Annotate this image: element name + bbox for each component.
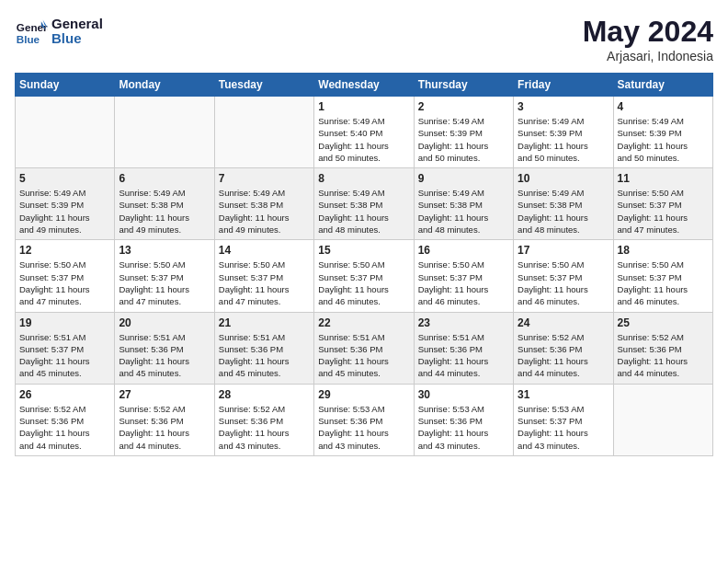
calendar-week-row: 5Sunrise: 5:49 AM Sunset: 5:39 PM Daylig… xyxy=(16,168,713,240)
day-number: 1 xyxy=(318,100,409,113)
location: Arjasari, Indonesia xyxy=(583,49,713,63)
calendar-cell: 15Sunrise: 5:50 AM Sunset: 5:37 PM Dayli… xyxy=(314,240,414,312)
month-title: May 2024 xyxy=(583,15,713,49)
calendar-cell: 30Sunrise: 5:53 AM Sunset: 5:36 PM Dayli… xyxy=(414,384,513,455)
day-info: Sunrise: 5:49 AM Sunset: 5:39 PM Dayligh… xyxy=(418,115,509,164)
calendar-cell: 13Sunrise: 5:50 AM Sunset: 5:37 PM Dayli… xyxy=(115,240,214,312)
weekday-header-tuesday: Tuesday xyxy=(214,74,313,97)
calendar-table: SundayMondayTuesdayWednesdayThursdayFrid… xyxy=(15,73,713,456)
day-number: 21 xyxy=(219,316,310,329)
calendar-cell xyxy=(115,97,214,168)
calendar-cell xyxy=(613,384,712,455)
calendar-cell: 28Sunrise: 5:52 AM Sunset: 5:36 PM Dayli… xyxy=(214,384,313,455)
day-number: 8 xyxy=(318,172,409,185)
day-info: Sunrise: 5:50 AM Sunset: 5:37 PM Dayligh… xyxy=(318,259,409,307)
calendar-cell: 12Sunrise: 5:50 AM Sunset: 5:37 PM Dayli… xyxy=(16,240,115,312)
day-info: Sunrise: 5:52 AM Sunset: 5:36 PM Dayligh… xyxy=(618,331,709,380)
calendar-cell: 25Sunrise: 5:52 AM Sunset: 5:36 PM Dayli… xyxy=(613,312,712,384)
day-info: Sunrise: 5:51 AM Sunset: 5:36 PM Dayligh… xyxy=(219,331,310,380)
day-info: Sunrise: 5:53 AM Sunset: 5:36 PM Dayligh… xyxy=(318,403,409,452)
title-block: May 2024 Arjasari, Indonesia xyxy=(583,15,713,63)
calendar-cell: 18Sunrise: 5:50 AM Sunset: 5:37 PM Dayli… xyxy=(613,240,712,312)
day-number: 4 xyxy=(618,100,709,113)
calendar-week-row: 12Sunrise: 5:50 AM Sunset: 5:37 PM Dayli… xyxy=(16,240,713,312)
day-info: Sunrise: 5:49 AM Sunset: 5:38 PM Dayligh… xyxy=(318,187,409,236)
day-info: Sunrise: 5:49 AM Sunset: 5:38 PM Dayligh… xyxy=(219,187,310,236)
calendar-cell: 2Sunrise: 5:49 AM Sunset: 5:39 PM Daylig… xyxy=(414,97,513,168)
calendar-cell: 22Sunrise: 5:51 AM Sunset: 5:36 PM Dayli… xyxy=(314,312,414,384)
weekday-header-wednesday: Wednesday xyxy=(314,74,414,97)
day-number: 9 xyxy=(418,172,509,185)
day-info: Sunrise: 5:52 AM Sunset: 5:36 PM Dayligh… xyxy=(19,403,110,452)
calendar-cell: 9Sunrise: 5:49 AM Sunset: 5:38 PM Daylig… xyxy=(414,168,513,240)
calendar-cell: 7Sunrise: 5:49 AM Sunset: 5:38 PM Daylig… xyxy=(214,168,313,240)
weekday-header-saturday: Saturday xyxy=(613,74,712,97)
calendar-cell: 5Sunrise: 5:49 AM Sunset: 5:39 PM Daylig… xyxy=(16,168,115,240)
day-number: 27 xyxy=(119,388,210,401)
calendar-cell: 24Sunrise: 5:52 AM Sunset: 5:36 PM Dayli… xyxy=(514,312,613,384)
day-info: Sunrise: 5:50 AM Sunset: 5:37 PM Dayligh… xyxy=(418,259,509,307)
svg-text:Blue: Blue xyxy=(17,33,40,45)
calendar-cell: 6Sunrise: 5:49 AM Sunset: 5:38 PM Daylig… xyxy=(115,168,214,240)
logo-general: General xyxy=(51,17,103,32)
calendar-cell: 16Sunrise: 5:50 AM Sunset: 5:37 PM Dayli… xyxy=(414,240,513,312)
day-info: Sunrise: 5:49 AM Sunset: 5:38 PM Dayligh… xyxy=(119,187,210,236)
day-info: Sunrise: 5:50 AM Sunset: 5:37 PM Dayligh… xyxy=(518,259,609,307)
day-number: 6 xyxy=(119,172,210,185)
page-header: General Blue General Blue May 2024 Arjas… xyxy=(15,15,713,63)
day-info: Sunrise: 5:51 AM Sunset: 5:36 PM Dayligh… xyxy=(418,331,509,380)
calendar-cell: 29Sunrise: 5:53 AM Sunset: 5:36 PM Dayli… xyxy=(314,384,414,455)
day-number: 19 xyxy=(19,316,110,329)
day-number: 26 xyxy=(19,388,110,401)
calendar-cell: 14Sunrise: 5:50 AM Sunset: 5:37 PM Dayli… xyxy=(214,240,313,312)
calendar-week-row: 19Sunrise: 5:51 AM Sunset: 5:37 PM Dayli… xyxy=(16,312,713,384)
day-info: Sunrise: 5:50 AM Sunset: 5:37 PM Dayligh… xyxy=(618,187,709,236)
day-number: 29 xyxy=(318,388,409,401)
day-info: Sunrise: 5:51 AM Sunset: 5:36 PM Dayligh… xyxy=(318,331,409,380)
day-info: Sunrise: 5:49 AM Sunset: 5:39 PM Dayligh… xyxy=(518,115,609,164)
day-number: 24 xyxy=(518,316,609,329)
calendar-cell: 11Sunrise: 5:50 AM Sunset: 5:37 PM Dayli… xyxy=(613,168,712,240)
calendar-week-row: 1Sunrise: 5:49 AM Sunset: 5:40 PM Daylig… xyxy=(16,97,713,168)
calendar-cell: 23Sunrise: 5:51 AM Sunset: 5:36 PM Dayli… xyxy=(414,312,513,384)
day-info: Sunrise: 5:51 AM Sunset: 5:36 PM Dayligh… xyxy=(119,331,210,380)
day-info: Sunrise: 5:49 AM Sunset: 5:38 PM Dayligh… xyxy=(418,187,509,236)
day-number: 10 xyxy=(518,172,609,185)
logo-blue: Blue xyxy=(51,31,103,47)
day-number: 7 xyxy=(219,172,310,185)
day-info: Sunrise: 5:52 AM Sunset: 5:36 PM Dayligh… xyxy=(119,403,210,452)
day-info: Sunrise: 5:49 AM Sunset: 5:39 PM Dayligh… xyxy=(618,115,709,164)
day-number: 12 xyxy=(19,244,110,257)
calendar-cell: 17Sunrise: 5:50 AM Sunset: 5:37 PM Dayli… xyxy=(514,240,613,312)
day-info: Sunrise: 5:51 AM Sunset: 5:37 PM Dayligh… xyxy=(19,331,110,380)
day-info: Sunrise: 5:49 AM Sunset: 5:38 PM Dayligh… xyxy=(518,187,609,236)
day-info: Sunrise: 5:49 AM Sunset: 5:39 PM Dayligh… xyxy=(19,187,110,236)
weekday-header-thursday: Thursday xyxy=(414,74,513,97)
day-info: Sunrise: 5:52 AM Sunset: 5:36 PM Dayligh… xyxy=(219,403,310,452)
calendar-cell: 31Sunrise: 5:53 AM Sunset: 5:37 PM Dayli… xyxy=(514,384,613,455)
day-number: 15 xyxy=(318,244,409,257)
day-info: Sunrise: 5:50 AM Sunset: 5:37 PM Dayligh… xyxy=(119,259,210,307)
day-number: 5 xyxy=(19,172,110,185)
calendar-cell: 1Sunrise: 5:49 AM Sunset: 5:40 PM Daylig… xyxy=(314,97,414,168)
calendar-cell xyxy=(16,97,115,168)
weekday-header-row: SundayMondayTuesdayWednesdayThursdayFrid… xyxy=(16,74,713,97)
day-info: Sunrise: 5:49 AM Sunset: 5:40 PM Dayligh… xyxy=(318,115,409,164)
day-number: 18 xyxy=(618,244,709,257)
day-number: 2 xyxy=(418,100,509,113)
day-number: 31 xyxy=(518,388,609,401)
day-number: 11 xyxy=(618,172,709,185)
day-number: 17 xyxy=(518,244,609,257)
day-number: 28 xyxy=(219,388,310,401)
day-number: 14 xyxy=(219,244,310,257)
calendar-cell: 19Sunrise: 5:51 AM Sunset: 5:37 PM Dayli… xyxy=(16,312,115,384)
day-number: 30 xyxy=(418,388,509,401)
weekday-header-sunday: Sunday xyxy=(16,74,115,97)
calendar-cell: 10Sunrise: 5:49 AM Sunset: 5:38 PM Dayli… xyxy=(514,168,613,240)
calendar-cell: 8Sunrise: 5:49 AM Sunset: 5:38 PM Daylig… xyxy=(314,168,414,240)
logo-icon: General Blue xyxy=(15,15,48,48)
weekday-header-friday: Friday xyxy=(514,74,613,97)
calendar-cell: 21Sunrise: 5:51 AM Sunset: 5:36 PM Dayli… xyxy=(214,312,313,384)
day-number: 25 xyxy=(618,316,709,329)
day-info: Sunrise: 5:53 AM Sunset: 5:37 PM Dayligh… xyxy=(518,403,609,452)
